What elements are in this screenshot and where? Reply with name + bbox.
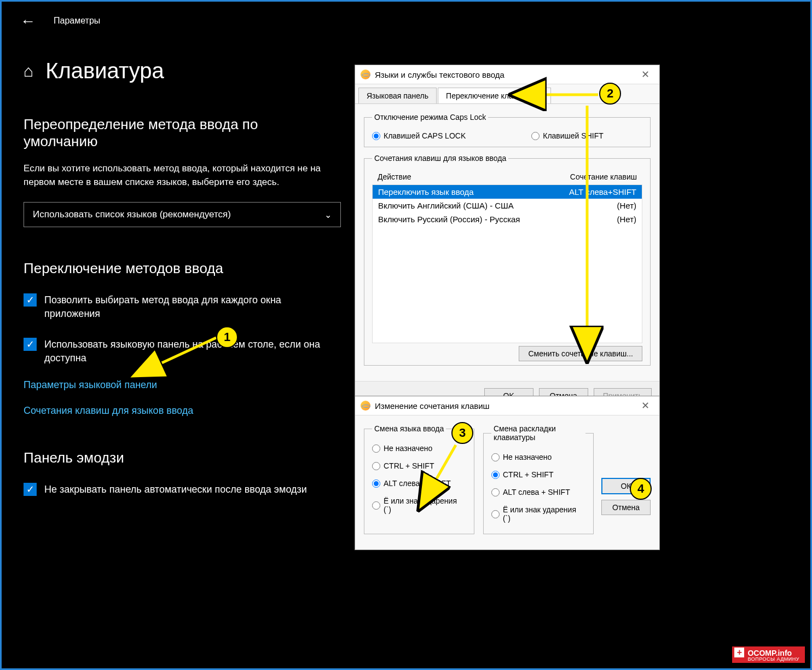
group-hotkeys: Сочетания клавиш для языков ввода Действ… xyxy=(364,154,651,366)
globe-icon xyxy=(361,401,370,411)
caps-lock-legend: Отключение режима Caps Lock xyxy=(372,113,488,122)
group-keyboard-layout: Смена раскладки клавиатуры Не назначено … xyxy=(483,424,594,534)
annotation-marker-3: 3 xyxy=(451,422,473,444)
dialog-text-services-title: Языки и службы текстового ввода xyxy=(375,70,504,79)
keyboard-layout-legend: Смена раскладки клавиатуры xyxy=(491,424,585,442)
radio-lang-alt[interactable]: ALT слева + SHIFT xyxy=(372,475,466,492)
table-row[interactable]: Включить Русский (Россия) - Русская (Нет… xyxy=(373,212,642,226)
page-title: ⌂ Клавиатура xyxy=(24,59,330,83)
cancel-button[interactable]: Отмена xyxy=(601,500,651,515)
radio-layout-ctrl[interactable]: CTRL + SHIFT xyxy=(491,466,585,483)
dialog-change-hotkey-title: Изменение сочетания клавиш xyxy=(375,401,490,411)
checkbox-emoji-label: Не закрывать панель автоматически после … xyxy=(44,483,307,496)
annotation-marker-2: 2 xyxy=(599,83,621,105)
dropdown-value: Использовать список языков (рекомендуетс… xyxy=(33,209,231,220)
table-row[interactable]: Включить Английский (США) - США (Нет) xyxy=(373,199,642,212)
link-lang-bar-options[interactable]: Параметры языковой панели xyxy=(24,379,330,391)
close-icon[interactable]: ✕ xyxy=(637,68,654,80)
settings-panel: ← Параметры ⌂ Клавиатура Переопределение… xyxy=(2,2,352,549)
globe-icon xyxy=(361,70,370,79)
checkbox-lang-bar-label: Использовать языковую панель на рабочем … xyxy=(44,338,330,365)
checkbox-lang-bar[interactable]: ✓ xyxy=(24,338,37,351)
section-emoji-heading: Панель эмодзи xyxy=(24,449,330,466)
hotkeys-list[interactable]: Переключить язык ввода ALT слева+SHIFT В… xyxy=(372,184,642,343)
dialog-change-hotkey-titlebar[interactable]: Изменение сочетания клавиш ✕ xyxy=(355,396,659,415)
tab-language-bar[interactable]: Языковая панель xyxy=(358,88,437,103)
tab-keyboard-switching[interactable]: Переключение клавиатуры xyxy=(438,88,551,103)
radio-layout-none[interactable]: Не назначено xyxy=(491,448,585,466)
section-switching-heading: Переключение методов ввода xyxy=(24,260,330,277)
col-action: Действие xyxy=(378,172,411,181)
table-row[interactable]: Переключить язык ввода ALT слева+SHIFT xyxy=(373,185,642,199)
chevron-down-icon: ⌄ xyxy=(324,210,332,220)
radio-lang-ctrl[interactable]: CTRL + SHIFT xyxy=(372,457,466,475)
hotkeys-legend: Сочетания клавиш для языков ввода xyxy=(372,154,508,163)
radio-layout-alt[interactable]: ALT слева + SHIFT xyxy=(491,483,585,501)
radio-shift[interactable]: Клавишей SHIFT xyxy=(531,131,604,140)
watermark: + OCOMP.info ВОПРОСЫ АДМИНУ xyxy=(732,646,805,663)
radio-layout-grave[interactable]: Ё или знак ударения (`) xyxy=(491,501,585,527)
section-default-input-desc: Если вы хотите использовать метод ввода,… xyxy=(24,162,330,189)
close-icon[interactable]: ✕ xyxy=(637,400,654,412)
default-input-dropdown[interactable]: Использовать список языков (рекомендуетс… xyxy=(24,202,341,227)
dialog-change-hotkey: Изменение сочетания клавиш ✕ Смена языка… xyxy=(355,396,660,550)
col-hotkey: Сочетание клавиш xyxy=(570,172,637,181)
group-caps-lock: Отключение режима Caps Lock Клавишей CAP… xyxy=(364,113,651,147)
link-hotkeys[interactable]: Сочетания клавиш для языков ввода xyxy=(24,405,330,417)
annotation-marker-1: 1 xyxy=(216,326,238,348)
watermark-sub: ВОПРОСЫ АДМИНУ xyxy=(747,656,799,662)
change-hotkey-button[interactable]: Сменить сочетание клавиш... xyxy=(519,346,642,361)
plus-icon: + xyxy=(734,648,744,657)
dialog-text-services: Языки и службы текстового ввода ✕ Языков… xyxy=(355,65,660,411)
section-default-input-heading: Переопределение метода ввода по умолчани… xyxy=(24,116,330,150)
checkbox-emoji[interactable]: ✓ xyxy=(24,483,37,496)
checkbox-per-window[interactable]: ✓ xyxy=(24,293,37,307)
page-title-text: Клавиатура xyxy=(45,59,164,83)
checkbox-per-window-label: Позволить выбирать метод ввода для каждо… xyxy=(44,293,330,321)
input-language-legend: Смена языка ввода xyxy=(372,424,446,433)
home-icon[interactable]: ⌂ xyxy=(24,62,33,80)
radio-lang-grave[interactable]: Ё или знак ударения (`) xyxy=(372,492,466,518)
breadcrumb: Параметры xyxy=(54,16,330,26)
radio-caps-lock[interactable]: Клавишей CAPS LOCK xyxy=(372,131,466,140)
annotation-marker-4: 4 xyxy=(630,478,652,500)
dialog-text-services-titlebar[interactable]: Языки и службы текстового ввода ✕ xyxy=(355,65,659,84)
radio-lang-none[interactable]: Не назначено xyxy=(372,440,466,457)
